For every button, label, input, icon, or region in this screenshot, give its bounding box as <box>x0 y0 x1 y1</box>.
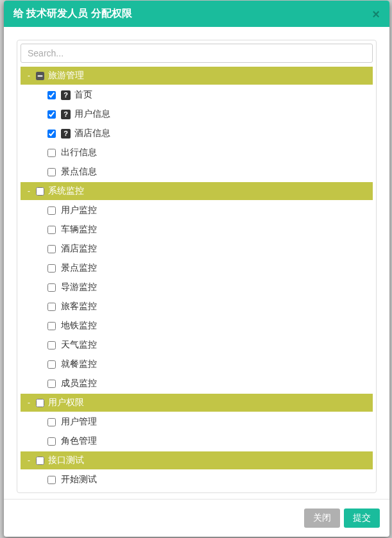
item-label: 导游监控 <box>61 282 97 293</box>
close-button[interactable]: 关闭 <box>304 509 340 528</box>
item-label: 开始测试 <box>61 474 97 485</box>
item-checkbox[interactable] <box>47 418 56 426</box>
tree-item[interactable]: 景点信息 <box>21 162 373 181</box>
item-checkbox[interactable] <box>47 437 56 446</box>
modal-header: 给 技术研发人员 分配权限 × <box>4 1 389 27</box>
item-checkbox[interactable] <box>47 341 56 349</box>
question-icon: ? <box>61 129 71 139</box>
tree-item[interactable]: 角色管理 <box>21 432 373 451</box>
tree-container: -旅游管理?首页?用户信息?酒店信息出行信息景点信息-系统监控用户监控车辆监控酒… <box>17 67 376 492</box>
item-label: 地铁监控 <box>61 320 97 332</box>
item-label: 用户监控 <box>61 205 97 216</box>
modal-title: 给 技术研发人员 分配权限 <box>13 7 132 21</box>
group-checkbox[interactable] <box>36 72 44 80</box>
group-label: 接口测试 <box>48 455 84 466</box>
collapse-icon[interactable]: - <box>26 456 32 465</box>
group-checkbox[interactable] <box>36 187 44 196</box>
tree-group-header[interactable]: -接口测试 <box>21 451 373 469</box>
question-icon: ? <box>61 110 71 119</box>
tree-item[interactable]: 成员监控 <box>21 374 373 393</box>
item-checkbox[interactable] <box>47 226 56 234</box>
item-label: 首页 <box>74 89 92 101</box>
group-label: 用户权限 <box>48 397 84 408</box>
item-label: 用户信息 <box>74 108 110 120</box>
item-label: 车辆监控 <box>61 224 97 235</box>
tree-item[interactable]: 地铁监控 <box>21 316 373 335</box>
group-label: 系统监控 <box>48 185 84 197</box>
group-checkbox[interactable] <box>36 399 44 407</box>
tree-item[interactable]: 开始测试 <box>21 470 373 489</box>
tree-item[interactable]: 导游监控 <box>21 278 373 297</box>
item-label: 酒店信息 <box>74 128 110 139</box>
item-checkbox[interactable] <box>47 283 56 292</box>
collapse-icon[interactable]: - <box>26 71 32 80</box>
tree-item[interactable]: 景点监控 <box>21 258 373 278</box>
item-checkbox[interactable] <box>47 476 56 484</box>
item-label: 成员监控 <box>61 378 97 389</box>
item-checkbox[interactable] <box>47 130 56 138</box>
submit-button[interactable]: 提交 <box>344 509 380 528</box>
tree-item[interactable]: ?首页 <box>21 85 373 105</box>
tree-group-header[interactable]: -旅游管理 <box>21 67 373 85</box>
modal-body: -旅游管理?首页?用户信息?酒店信息出行信息景点信息-系统监控用户监控车辆监控酒… <box>4 27 389 499</box>
question-icon: ? <box>61 90 71 100</box>
group-checkbox[interactable] <box>36 457 44 465</box>
group-label: 旅游管理 <box>48 70 84 81</box>
tree-panel: -旅游管理?首页?用户信息?酒店信息出行信息景点信息-系统监控用户监控车辆监控酒… <box>17 40 377 493</box>
tree-group-header[interactable]: -用户权限 <box>21 394 373 412</box>
collapse-icon[interactable]: - <box>26 398 32 407</box>
tree-item[interactable]: 出行信息 <box>21 143 373 162</box>
item-checkbox[interactable] <box>47 206 56 215</box>
item-checkbox[interactable] <box>47 110 56 119</box>
tree-item[interactable]: 旅客监控 <box>21 297 373 316</box>
search-wrap <box>17 40 376 66</box>
item-label: 出行信息 <box>61 147 97 158</box>
item-label: 用户管理 <box>61 416 97 428</box>
item-checkbox[interactable] <box>47 303 56 311</box>
item-label: 景点监控 <box>61 262 97 274</box>
tree-item[interactable]: 用户监控 <box>21 201 373 220</box>
item-label: 酒店监控 <box>61 243 97 255</box>
item-checkbox[interactable] <box>47 245 56 253</box>
item-checkbox[interactable] <box>47 322 56 330</box>
item-label: 天气监控 <box>61 339 97 351</box>
item-label: 景点信息 <box>61 166 97 178</box>
item-label: 就餐监控 <box>61 358 97 370</box>
permissions-modal: 给 技术研发人员 分配权限 × -旅游管理?首页?用户信息?酒店信息出行信息景点… <box>4 1 389 537</box>
item-checkbox[interactable] <box>47 149 56 157</box>
collapse-icon[interactable]: - <box>26 187 32 196</box>
item-checkbox[interactable] <box>47 91 56 99</box>
item-label: 角色管理 <box>61 435 97 447</box>
search-input[interactable] <box>21 44 373 63</box>
item-checkbox[interactable] <box>47 264 56 273</box>
item-label: 旅客监控 <box>61 301 97 312</box>
modal-footer: 关闭 提交 <box>4 499 389 537</box>
tree-item[interactable]: 天气监控 <box>21 335 373 355</box>
item-checkbox[interactable] <box>47 360 56 369</box>
tree-item[interactable]: 用户管理 <box>21 412 373 432</box>
tree-item[interactable]: 车辆监控 <box>21 220 373 239</box>
tree-item[interactable]: ?酒店信息 <box>21 124 373 143</box>
item-checkbox[interactable] <box>47 380 56 388</box>
tree-item[interactable]: 酒店监控 <box>21 239 373 258</box>
item-checkbox[interactable] <box>47 168 56 176</box>
tree-item[interactable]: ?用户信息 <box>21 105 373 124</box>
tree-group-header[interactable]: -系统监控 <box>21 182 373 200</box>
tree-item[interactable]: 就餐监控 <box>21 355 373 374</box>
close-icon[interactable]: × <box>372 8 380 21</box>
